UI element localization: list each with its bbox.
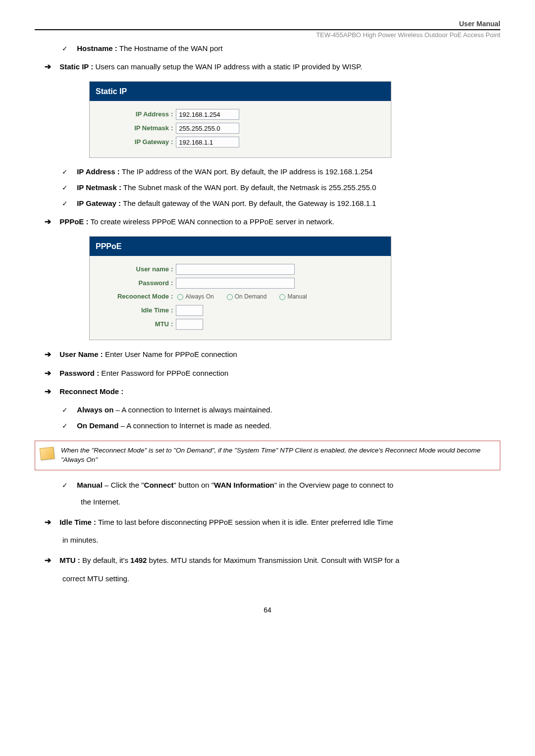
check-icon: ✓ xyxy=(62,198,69,209)
radio-manual[interactable]: Manual xyxy=(279,292,307,302)
username-note-text: Enter User Name for PPPoE connection xyxy=(103,350,237,358)
static-ip-panel: Static IP IP Address : IP Netmask : IP G… xyxy=(89,81,391,158)
radio-label: Always On xyxy=(185,292,214,302)
colon: : xyxy=(171,292,173,302)
reconnect-label: Recoonect Mode xyxy=(97,292,171,302)
reconnect-radio-group: Always On On Demand Manual xyxy=(176,292,307,302)
colon: : xyxy=(171,319,173,330)
mtu-p1: By default, it's xyxy=(80,556,130,564)
idle-note: ➔ Idle Time : Time to last before discon… xyxy=(45,516,500,529)
password-note-text: Enter Password for PPPoE connection xyxy=(99,369,228,377)
manual-b1: Connect xyxy=(144,481,174,489)
mtu-cont: correct MTU setting. xyxy=(62,573,500,585)
arrow-icon: ➔ xyxy=(45,516,53,529)
form-row-ip-netmask: IP Netmask : xyxy=(97,123,384,134)
pppoe-panel: PPPoE User name : Password : Recoonect M… xyxy=(89,236,391,340)
username-input[interactable] xyxy=(176,264,295,275)
colon: : xyxy=(171,305,173,316)
form-row-ip-gateway: IP Gateway : xyxy=(97,137,384,148)
header-subtitle: TEW-455APBO High Power Wireless Outdoor … xyxy=(35,31,500,39)
idletime-input[interactable] xyxy=(176,305,203,316)
always-on-note: ✓ Always on – A connection to Internet i… xyxy=(62,404,500,416)
mtu-b1: 1492 xyxy=(130,556,147,564)
arrow-icon: ➔ xyxy=(45,348,53,361)
radio-label: Manual xyxy=(287,292,307,302)
manual-label: Manual xyxy=(77,481,103,489)
password-note: ➔ Password : Enter Password for PPPoE co… xyxy=(45,367,500,380)
check-icon: ✓ xyxy=(62,480,69,491)
colon: : xyxy=(171,109,173,120)
radio-on-demand[interactable]: On Demand xyxy=(227,292,267,302)
manual-p1: – Click the " xyxy=(103,481,144,489)
mtu-p2: bytes. MTU stands for Maximum Transmissi… xyxy=(147,556,399,564)
always-on-label: Always on xyxy=(77,405,113,414)
form-row-reconnect: Recoonect Mode : Always On On Demand Man… xyxy=(97,292,384,302)
password-label: Password xyxy=(97,278,171,289)
hostname-line: ✓ Hostname : The Hostname of the WAN por… xyxy=(62,43,500,54)
colon: : xyxy=(171,278,173,289)
colon: : xyxy=(171,137,173,148)
pppoe-text: To create wireless PPPoE WAN connection … xyxy=(89,217,334,226)
form-row-password: Password : xyxy=(97,278,384,289)
ip-gateway-label: IP Gateway xyxy=(97,137,171,148)
manual-p2: " button on " xyxy=(174,481,214,489)
check-icon: ✓ xyxy=(62,404,69,415)
ip-address-label: IP Address xyxy=(97,109,171,120)
radio-icon xyxy=(227,294,233,300)
arrow-icon: ➔ xyxy=(45,60,53,73)
staticip-label: Static IP : xyxy=(59,62,93,71)
username-label: User name xyxy=(97,264,171,275)
radio-always-on[interactable]: Always On xyxy=(177,292,214,302)
mtu-input[interactable] xyxy=(176,319,203,330)
ip-address-input[interactable] xyxy=(176,109,239,120)
manual-p3: " in the Overview page to connect to xyxy=(274,481,393,489)
check-icon: ✓ xyxy=(62,420,69,431)
ip-address-note-text: The IP address of the WAN port. By defau… xyxy=(120,167,373,176)
ip-netmask-note-label: IP Netmask : xyxy=(77,183,121,192)
ip-address-note: ✓ IP Address : The IP address of the WAN… xyxy=(62,166,500,178)
idle-label: Idle Time : xyxy=(59,518,96,526)
ip-netmask-input[interactable] xyxy=(176,123,239,134)
page-content: ✓ Hostname : The Hostname of the WAN por… xyxy=(35,43,500,615)
mtu-note: ➔ MTU : By default, it's 1492 bytes. MTU… xyxy=(45,554,500,567)
on-demand-note: ✓ On Demand – A connection to Internet i… xyxy=(62,420,500,432)
ip-address-note-label: IP Address : xyxy=(77,167,120,176)
check-icon: ✓ xyxy=(62,166,69,177)
radio-label: On Demand xyxy=(235,292,267,302)
note-icon xyxy=(40,447,54,460)
check-icon: ✓ xyxy=(62,43,69,54)
static-ip-panel-title: Static IP xyxy=(90,82,391,101)
username-note: ➔ User Name : Enter User Name for PPPoE … xyxy=(45,348,500,361)
hostname-text: The Hostname of the WAN port xyxy=(117,44,223,52)
note-text: When the "Reconnect Mode" is set to "On … xyxy=(61,446,493,465)
username-note-label: User Name : xyxy=(59,350,103,358)
password-note-label: Password : xyxy=(59,369,99,377)
colon: : xyxy=(171,264,173,275)
check-icon: ✓ xyxy=(62,182,69,193)
idle-text: Time to last before disconnecting PPPoE … xyxy=(96,518,393,526)
header-divider xyxy=(35,29,500,30)
pppoe-line: ➔ PPPoE : To create wireless PPPoE WAN c… xyxy=(45,215,500,228)
ip-gateway-note: ✓ IP Gateway : The default gateway of th… xyxy=(62,198,500,209)
hostname-label: Hostname : xyxy=(77,44,117,52)
note-box: When the "Reconnect Mode" is set to "On … xyxy=(35,441,500,470)
manual-note: ✓ Manual – Click the "Connect" button on… xyxy=(62,479,500,491)
header-title: User Manual xyxy=(35,20,500,28)
form-row-mtu: MTU : xyxy=(97,319,384,330)
ip-gateway-note-text: The default gateway of the WAN port. By … xyxy=(121,199,376,207)
ip-netmask-note-text: The Subnet mask of the WAN port. By defa… xyxy=(121,183,376,192)
pppoe-panel-title: PPPoE xyxy=(90,237,391,256)
reconnect-note-label: Reconnect Mode : xyxy=(59,387,123,396)
ip-gateway-input[interactable] xyxy=(176,137,239,148)
arrow-icon: ➔ xyxy=(45,367,53,380)
radio-icon xyxy=(177,294,183,300)
idletime-label: Idle Time xyxy=(97,305,171,316)
ip-netmask-note: ✓ IP Netmask : The Subnet mask of the WA… xyxy=(62,182,500,194)
password-input[interactable] xyxy=(176,278,295,289)
manual-b2: WAN Information xyxy=(214,481,274,489)
manual-cont: the Internet. xyxy=(81,496,500,508)
mtu-note-label: MTU : xyxy=(59,556,80,564)
arrow-icon: ➔ xyxy=(45,385,53,398)
page-number: 64 xyxy=(35,605,500,615)
mtu-label: MTU xyxy=(97,319,171,330)
